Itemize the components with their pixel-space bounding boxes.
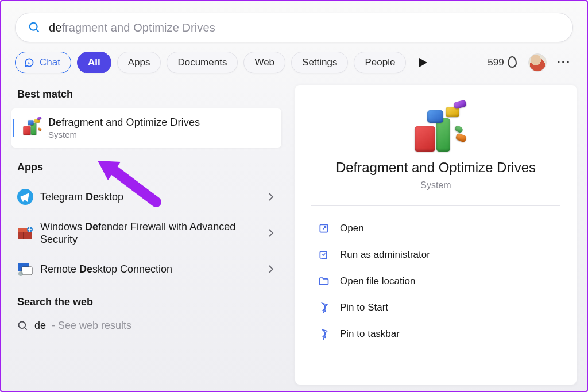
- best-match-subtitle: System: [48, 130, 200, 139]
- svg-point-10: [18, 271, 23, 276]
- search-text: defragment and Optimize Drives: [49, 21, 560, 34]
- svg-rect-9: [22, 267, 32, 275]
- chevron-right-icon: [266, 265, 276, 274]
- chevron-right-icon: [266, 192, 276, 201]
- best-match-title: Defragment and Optimize Drives: [48, 117, 200, 129]
- search-input[interactable]: defragment and Optimize Drives: [15, 13, 573, 42]
- defrag-large-icon: [411, 108, 461, 149]
- results-container: Best match Defragment and Optimize Drive…: [1, 80, 587, 385]
- scope-all[interactable]: All: [77, 52, 111, 73]
- scope-web[interactable]: Web: [243, 52, 285, 73]
- svg-line-1: [36, 29, 38, 32]
- scope-people[interactable]: People: [354, 52, 406, 73]
- action-open-location[interactable]: Open file location: [311, 268, 560, 294]
- pin-icon: [318, 328, 330, 340]
- svg-marker-2: [419, 58, 427, 67]
- action-pin-start[interactable]: Pin to Start: [311, 294, 560, 321]
- folder-icon: [318, 275, 330, 287]
- bing-icon: [24, 57, 35, 68]
- svg-line-12: [25, 327, 27, 329]
- svg-point-11: [19, 321, 26, 328]
- scope-chat[interactable]: Chat: [15, 52, 71, 73]
- app-result-rdp[interactable]: Remote Desktop Connection: [11, 254, 281, 285]
- scope-chat-label: Chat: [40, 57, 60, 68]
- best-match-header: Best match: [11, 85, 281, 108]
- details-subtitle: System: [420, 180, 451, 191]
- pin-icon: [318, 302, 330, 313]
- medal-icon: [508, 56, 517, 68]
- rewards-points[interactable]: 599: [488, 57, 516, 68]
- scope-more-icon[interactable]: [415, 55, 431, 71]
- app-result-telegram[interactable]: Telegram Desktop: [11, 181, 281, 212]
- svg-rect-6: [23, 232, 24, 239]
- overflow-menu-icon[interactable]: ···: [555, 55, 573, 70]
- chevron-right-icon: [266, 228, 276, 238]
- scope-settings[interactable]: Settings: [291, 52, 348, 73]
- action-pin-taskbar[interactable]: Pin to taskbar: [311, 321, 560, 347]
- action-open[interactable]: Open: [311, 215, 560, 242]
- shield-icon: [318, 249, 330, 261]
- search-bar-container: defragment and Optimize Drives: [1, 1, 587, 52]
- telegram-icon: [17, 189, 33, 205]
- play-icon: [419, 58, 427, 67]
- app-result-defender[interactable]: Windows Defender Firewall with Advanced …: [11, 212, 281, 254]
- search-scope-bar: Chat All Apps Documents Web Settings Peo…: [1, 52, 587, 80]
- search-web-header: Search the web: [11, 285, 281, 316]
- details-title: Defragment and Optimize Drives: [336, 160, 536, 176]
- user-avatar[interactable]: [528, 53, 547, 72]
- details-divider: [311, 205, 560, 206]
- scope-documents[interactable]: Documents: [167, 52, 238, 73]
- apps-header: Apps: [11, 148, 281, 181]
- results-left: Best match Defragment and Optimize Drive…: [11, 85, 281, 385]
- details-pane: Defragment and Optimize Drives System Op…: [295, 85, 577, 385]
- svg-point-0: [30, 23, 37, 30]
- search-icon: [17, 320, 29, 332]
- rdp-icon: [17, 261, 33, 277]
- open-icon: [318, 223, 330, 234]
- firewall-icon: [17, 225, 33, 241]
- best-match-result[interactable]: Defragment and Optimize Drives System: [11, 108, 281, 148]
- scope-apps[interactable]: Apps: [117, 52, 161, 73]
- search-icon: [28, 21, 41, 34]
- web-search-suggestion[interactable]: de - See web results: [11, 316, 281, 332]
- action-run-admin[interactable]: Run as administrator: [311, 242, 560, 268]
- defrag-app-icon: [22, 119, 40, 137]
